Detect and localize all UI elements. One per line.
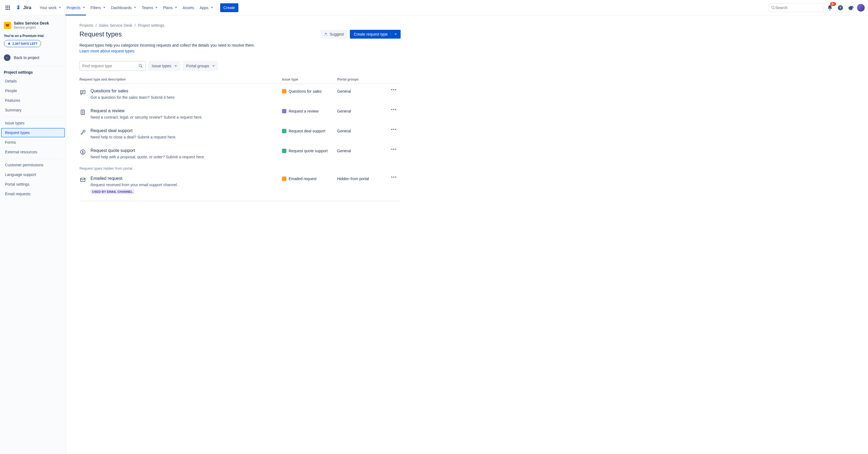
chevron-down-icon <box>175 7 177 8</box>
user-avatar[interactable] <box>857 4 865 11</box>
breadcrumb-item[interactable]: Project settings <box>138 23 164 28</box>
request-type-name[interactable]: Emailed request <box>91 176 282 181</box>
request-type-desc: Need a contract, legal, or security revi… <box>91 115 282 120</box>
help-button[interactable]: ? <box>836 3 845 12</box>
row-actions-button[interactable] <box>387 89 401 90</box>
request-type-name[interactable]: Request deal support <box>91 128 282 133</box>
project-type: Service project <box>14 26 49 30</box>
nav-right: 9+ ? <box>769 3 865 12</box>
portal-group-cell: General <box>337 148 387 153</box>
create-button[interactable]: Create <box>220 3 238 12</box>
request-type-desc: Need help with a proposal, quote, or ord… <box>91 155 282 159</box>
sparkle-icon <box>323 32 328 36</box>
svg-rect-6 <box>81 91 85 94</box>
svg-point-0 <box>772 6 774 8</box>
request-type-desc: Request received from your email support… <box>91 183 282 187</box>
jira-logo[interactable]: Jira <box>13 4 33 11</box>
breadcrumb-item[interactable]: Projects <box>80 23 94 28</box>
nav-item-assets[interactable]: Assets <box>180 0 197 15</box>
issue-type-badge-icon <box>282 89 286 94</box>
nav-item-apps[interactable]: Apps <box>197 0 216 15</box>
find-request-type-input[interactable] <box>82 64 138 68</box>
search-icon <box>138 64 143 68</box>
issue-type-badge-icon <box>282 129 286 133</box>
search-box[interactable] <box>769 3 824 12</box>
chevron-down-icon <box>83 7 85 8</box>
request-type-name[interactable]: Request quote support <box>91 148 282 153</box>
sidebar-link-details[interactable]: Details <box>1 76 65 86</box>
premium-icon <box>7 42 11 45</box>
row-actions-button[interactable] <box>387 148 401 150</box>
jira-logo-text: Jira <box>23 5 31 10</box>
row-actions-button[interactable] <box>387 108 401 110</box>
issue-type-badge-icon <box>282 176 286 181</box>
suggest-button[interactable]: Suggest <box>320 30 347 39</box>
portal-group-cell: General <box>337 128 387 133</box>
sidebar-link-request-types[interactable]: Request types <box>1 128 65 137</box>
notification-badge: 9+ <box>830 2 836 6</box>
more-icon <box>391 129 396 130</box>
app-switcher-icon[interactable] <box>3 3 12 12</box>
request-type-desc: Need help to close a deal? Submit a requ… <box>91 135 282 139</box>
chevron-down-icon <box>134 7 136 8</box>
portal-groups-filter[interactable]: Portal groups <box>183 61 218 71</box>
sidebar-link-issue-types[interactable]: Issue types <box>1 118 65 128</box>
nav-item-your-work[interactable]: Your work <box>37 0 64 15</box>
sidebar-link-portal-settings[interactable]: Portal settings <box>1 180 65 189</box>
nav-item-teams[interactable]: Teams <box>139 0 160 15</box>
create-request-type-button[interactable]: Create request type <box>350 30 401 39</box>
sidebar-link-customer-permissions[interactable]: Customer permissions <box>1 160 65 170</box>
dollar-icon: $ <box>80 149 86 155</box>
search-input[interactable] <box>775 5 822 10</box>
issue-type-cell: Request a review <box>282 108 337 114</box>
chevron-down-icon <box>103 7 105 8</box>
sidebar-link-summary[interactable]: Summary <box>1 105 65 115</box>
content: Projects/Sales Service Desk/Project sett… <box>66 15 414 454</box>
top-nav: Jira Your workProjectsFiltersDashboardsT… <box>0 0 868 15</box>
request-type-desc: Got a question for the sales team? Submi… <box>91 95 282 100</box>
nav-item-dashboards[interactable]: Dashboards <box>108 0 139 15</box>
page-description: Request types help you categorize incomi… <box>80 42 401 48</box>
request-type-name[interactable]: Questions for sales <box>91 89 282 94</box>
find-request-type-box[interactable] <box>80 61 146 71</box>
settings-button[interactable] <box>846 3 855 12</box>
svg-line-1 <box>774 8 775 9</box>
issue-types-filter[interactable]: Issue types <box>149 61 180 71</box>
learn-more-link[interactable]: Learn more about request types. <box>80 49 401 53</box>
nav-item-filters[interactable]: Filters <box>88 0 108 15</box>
sidebar-link-people[interactable]: People <box>1 86 65 95</box>
breadcrumb-item[interactable]: Sales Service Desk <box>99 23 132 28</box>
nav-item-plans[interactable]: Plans <box>160 0 180 15</box>
main-layout: Sales Service Desk Service project You'r… <box>0 15 868 454</box>
sidebar-link-language-support[interactable]: Language support <box>1 170 65 179</box>
sidebar-link-forms[interactable]: Forms <box>1 138 65 147</box>
nav-items: Your workProjectsFiltersDashboardsTeamsP… <box>37 0 215 15</box>
row-actions-button[interactable] <box>387 128 401 130</box>
portal-group-cell: General <box>337 89 387 94</box>
sidebar-link-external-resources[interactable]: External resources <box>1 147 65 157</box>
notifications-button[interactable]: 9+ <box>826 3 834 12</box>
gear-icon <box>848 5 854 11</box>
request-type-row: $Request quote supportNeed help with a p… <box>80 144 401 164</box>
chevron-down-icon <box>395 34 397 35</box>
chevron-down-icon <box>59 7 61 8</box>
svg-point-13 <box>83 130 85 132</box>
project-name: Sales Service Desk <box>14 21 49 25</box>
email-channel-tag: USED BY EMAIL CHANNEL <box>91 189 134 194</box>
svg-text:$: $ <box>82 150 84 154</box>
sidebar-link-email-requests[interactable]: Email requests <box>1 189 65 199</box>
back-to-project[interactable]: ← Back to project <box>0 51 66 64</box>
more-icon <box>391 109 396 110</box>
svg-text:?: ? <box>839 5 841 10</box>
project-header[interactable]: Sales Service Desk Service project <box>0 15 66 32</box>
more-icon <box>391 89 396 90</box>
col-issue-header: Issue type <box>282 77 337 82</box>
nav-left: Jira Your workProjectsFiltersDashboardsT… <box>3 0 238 15</box>
request-type-row: Emailed requestRequest received from you… <box>80 171 401 199</box>
nav-item-projects[interactable]: Projects <box>64 0 88 15</box>
row-actions-button[interactable] <box>387 176 401 177</box>
request-type-name[interactable]: Request a review <box>91 108 282 114</box>
sidebar-link-features[interactable]: Features <box>1 96 65 105</box>
portal-group-cell: General <box>337 108 387 114</box>
trial-days-pill[interactable]: 2,347 DAYS LEFT <box>4 40 41 47</box>
